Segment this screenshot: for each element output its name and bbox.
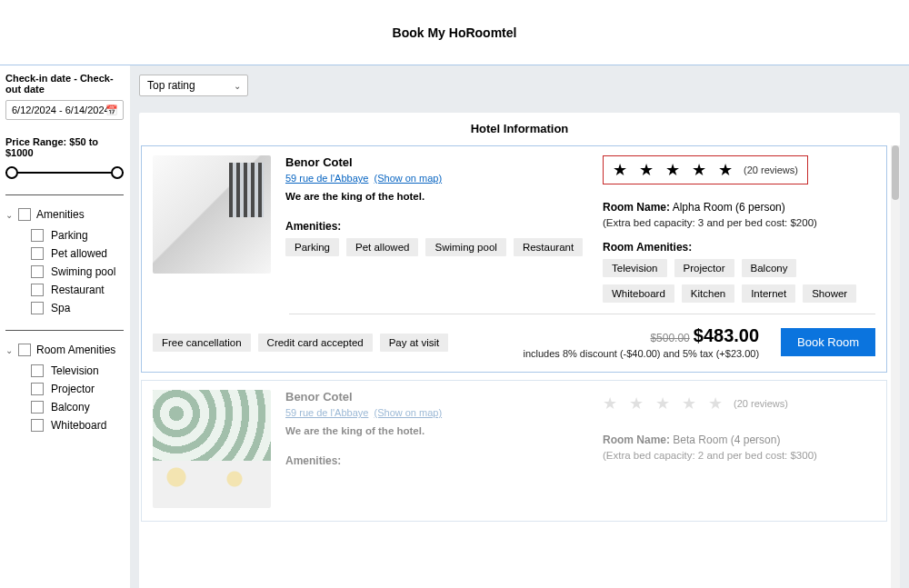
hotel-card: Benor Cotel 59 rue de l'Abbaye (Show on …	[141, 145, 887, 373]
room-capacity: (Extra bed capacity: 2 and per bed cost:…	[603, 450, 875, 461]
facet-item-pet-allowed[interactable]: Pet allowed	[5, 244, 124, 263]
room-name-label: Room Name:	[603, 201, 670, 214]
room-amenities-facet-header[interactable]: ⌄ Room Amenities	[5, 344, 124, 356]
amenity-tag: Parking	[285, 238, 339, 256]
hotel-name: Benor Cotel	[285, 155, 588, 169]
hotel-info-title: Hotel Information	[139, 113, 900, 146]
room-amenity-tag: Kitchen	[682, 284, 734, 303]
date-range-input[interactable]	[5, 100, 124, 120]
date-range-label: Check-in date - Check-out date	[5, 73, 124, 95]
policy-tag: Credit card accepted	[258, 334, 373, 352]
facet-item-swimming-pool[interactable]: Swiming pool	[5, 263, 124, 281]
rating-box: ★ ★ ★ ★ ★ (20 reviews)	[603, 390, 797, 417]
review-count: (20 reviews)	[734, 398, 788, 409]
hotel-address-link[interactable]: 59 rue de l'Abbaye	[285, 407, 368, 418]
star-icons: ★ ★ ★ ★ ★	[613, 160, 736, 180]
rating-box: ★ ★ ★ ★ ★ (20 reviews)	[603, 155, 808, 184]
policy-tag: Pay at visit	[380, 334, 449, 352]
hotel-card: Benor Cotel 59 rue de l'Abbaye (Show on …	[141, 380, 887, 522]
amenities-facet-title: Amenities	[36, 208, 85, 221]
new-price: $483.00	[694, 325, 759, 345]
room-amenity-tag: Balcony	[742, 259, 797, 277]
room-name-label: Room Name:	[603, 434, 670, 446]
facet-item-parking[interactable]: Parking	[5, 226, 124, 244]
review-count: (20 reviews)	[744, 164, 798, 175]
star-icons: ★ ★ ★ ★ ★	[603, 394, 726, 414]
hotel-image	[153, 390, 271, 508]
price-breakdown: includes 8% discount (-$40.00) and 5% ta…	[524, 348, 760, 359]
hotel-image	[153, 155, 271, 274]
show-on-map-link[interactable]: (Show on map)	[375, 407, 443, 418]
facet-item-projector[interactable]: Projector	[5, 380, 124, 398]
scrollbar[interactable]	[891, 145, 900, 588]
hotel-address-link[interactable]: 59 rue de l'Abbaye	[285, 173, 368, 184]
facet-item-balcony[interactable]: Balcony	[5, 398, 124, 416]
amenity-tag: Pet allowed	[346, 238, 418, 256]
room-name: Beta Room (4 person)	[670, 434, 780, 446]
app-header: Book My HoRoomtel	[0, 0, 909, 65]
checkbox-icon[interactable]	[18, 208, 31, 221]
price-range-slider[interactable]	[5, 164, 124, 182]
amenities-label: Amenities:	[285, 220, 588, 233]
room-amenity-tag: Whiteboard	[603, 284, 674, 303]
slider-thumb-max[interactable]	[111, 166, 124, 179]
room-amenity-tag: Television	[603, 259, 667, 277]
room-name: Alpha Room (6 person)	[670, 201, 785, 214]
hotel-list-scroll: Benor Cotel 59 rue de l'Abbaye (Show on …	[139, 144, 900, 588]
hotel-description: We are the king of the hotel.	[285, 191, 588, 202]
sort-select[interactable]: Top rating	[139, 75, 248, 96]
room-amenity-tag: Internet	[742, 284, 795, 303]
amenities-label: Amenities:	[285, 454, 588, 467]
filters-sidebar: Check-in date - Check-out date 📅 Price R…	[0, 65, 130, 588]
main-content: Top rating ⌄ Hotel Information Benor Cot…	[130, 65, 909, 588]
slider-thumb-min[interactable]	[5, 166, 18, 179]
facet-item-whiteboard[interactable]: Whiteboard	[5, 416, 124, 434]
chevron-down-icon: ⌄	[5, 210, 13, 220]
amenities-facet-header[interactable]: ⌄ Amenities	[5, 208, 124, 221]
show-on-map-link[interactable]: (Show on map)	[375, 173, 443, 184]
amenity-tag: Restaurant	[514, 238, 583, 256]
scrollbar-thumb[interactable]	[892, 145, 899, 200]
room-amenities-label: Room Amenities:	[603, 241, 875, 254]
price-range-label: Price Range: $50 to $1000	[5, 136, 124, 158]
facet-item-television[interactable]: Television	[5, 362, 124, 380]
amenity-tag: Swiming pool	[425, 238, 505, 256]
facet-item-spa[interactable]: Spa	[5, 299, 124, 317]
hotel-description: We are the king of the hotel.	[285, 425, 588, 436]
room-amenity-tag: Projector	[674, 259, 734, 277]
content-card: Hotel Information	[139, 113, 900, 146]
facet-item-restaurant[interactable]: Restaurant	[5, 281, 124, 299]
hotel-name: Benor Cotel	[285, 390, 588, 404]
old-price: $500.00	[650, 332, 689, 344]
room-amenities-facet-title: Room Amenities	[36, 344, 115, 356]
app-title: Book My HoRoomtel	[393, 25, 517, 40]
policy-tag: Free cancellation	[153, 334, 251, 352]
book-room-button[interactable]: Book Room	[781, 328, 875, 356]
checkbox-icon[interactable]	[18, 344, 31, 356]
chevron-down-icon: ⌄	[5, 345, 13, 355]
room-capacity: (Extra bed capacity: 3 and per bed cost:…	[603, 217, 875, 228]
room-amenity-tag: Shower	[803, 284, 856, 303]
